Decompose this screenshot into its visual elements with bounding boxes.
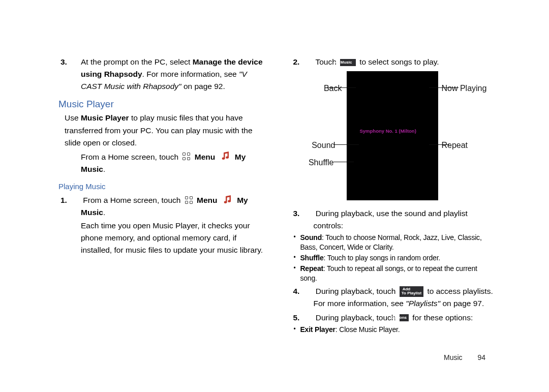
arrow-line bbox=[333, 162, 354, 162]
my-music-chip: My Music bbox=[340, 59, 356, 66]
step-1: 1. From a Home screen, touch Menu My Mus… bbox=[58, 194, 265, 219]
text: During playback, touch bbox=[313, 313, 398, 322]
text: From a Home screen, touch bbox=[81, 153, 180, 161]
label-back: Back bbox=[310, 82, 342, 95]
step-number: 3. bbox=[303, 207, 313, 220]
step-1-cont: Each time you open Music Player, it chec… bbox=[58, 220, 265, 256]
step-4: 4. During playback, touch AddTo Playlist… bbox=[291, 285, 496, 310]
home-instruction: From a Home screen, touch Menu My Music. bbox=[81, 151, 265, 175]
text: During playback, use the sound and playl… bbox=[313, 209, 467, 230]
text: From a Home screen, touch bbox=[81, 196, 183, 204]
bullet-repeat: Repeat: Touch to repeat all songs, or to… bbox=[300, 264, 496, 283]
text: . For more information, see bbox=[142, 70, 239, 78]
step-5: 5. During playback, touch Options for th… bbox=[291, 312, 496, 324]
music-note-icon bbox=[223, 196, 233, 204]
dot: . bbox=[103, 165, 105, 173]
bullet-sound: Sound: Touch to choose Normal, Rock, Jaz… bbox=[300, 233, 496, 252]
step-3: 3. During playback, use the sound and pl… bbox=[291, 207, 496, 232]
subsection-heading: Playing Music bbox=[58, 180, 265, 192]
left-column: 3.At the prompt on the PC, select Manage… bbox=[58, 56, 265, 256]
step-number: 3. bbox=[71, 56, 81, 68]
desc: : Close Music Player. bbox=[336, 325, 400, 334]
options-chip: Options bbox=[400, 314, 409, 321]
chip-line2: To Playlist bbox=[402, 291, 421, 295]
text: Use bbox=[65, 113, 81, 122]
step-number: 1. bbox=[71, 194, 81, 206]
step-3-prior: 3.At the prompt on the PC, select Manage… bbox=[58, 56, 265, 93]
text-bold: Music Player bbox=[81, 113, 129, 122]
menu-label: Menu bbox=[197, 196, 217, 204]
label: Shuffle bbox=[300, 254, 323, 262]
desc: : Touch to choose Normal, Rock, Jazz, Li… bbox=[300, 233, 481, 251]
right-column: 2. Touch My Music to select songs to pla… bbox=[291, 56, 496, 336]
section-heading: Music Player bbox=[58, 97, 265, 111]
label: Sound bbox=[300, 233, 322, 242]
desc: : Touch to repeat all songs, or to repea… bbox=[300, 264, 477, 282]
menu-grid-icon bbox=[182, 152, 191, 161]
label-shuffle: Shuffle bbox=[302, 157, 333, 169]
label-now-playing: Now Playing bbox=[441, 82, 486, 95]
arrow-line bbox=[429, 144, 449, 145]
two-column-layout: 3.At the prompt on the PC, select Manage… bbox=[58, 56, 496, 336]
arrow-line bbox=[327, 87, 356, 88]
text: on page 92. bbox=[181, 82, 225, 91]
step-5-bullets: Exit Player: Close Music Player. bbox=[291, 325, 496, 335]
arrow-line bbox=[429, 87, 459, 88]
step-number: 5. bbox=[303, 312, 313, 324]
text: for these options: bbox=[410, 313, 473, 322]
step-number: 4. bbox=[303, 285, 313, 297]
player-diagram: Symphony No. 1 (Milton) Back Now Playing… bbox=[291, 71, 494, 202]
step-3-bullets: Sound: Touch to choose Normal, Rock, Jaz… bbox=[291, 233, 496, 283]
footer-section: Music bbox=[444, 353, 463, 361]
text: to select songs to play. bbox=[357, 57, 439, 66]
cross-ref: "Playlists" bbox=[406, 299, 440, 308]
music-note-icon bbox=[221, 153, 231, 161]
manual-page: 3.At the prompt on the PC, select Manage… bbox=[0, 0, 549, 392]
menu-label: Menu bbox=[195, 153, 215, 161]
page-footer: Music 94 bbox=[444, 352, 485, 364]
bullet-shuffle: Shuffle: Touch to play songs in random o… bbox=[300, 253, 496, 263]
menu-grid-icon bbox=[185, 196, 193, 204]
phone-screen bbox=[347, 71, 438, 200]
intro-paragraph: Use Music Player to play music files tha… bbox=[65, 112, 265, 148]
bullet-exit-player: Exit Player: Close Music Player. bbox=[300, 325, 496, 335]
song-title: Symphony No. 1 (Milton) bbox=[359, 128, 416, 135]
dot: . bbox=[103, 208, 105, 217]
text: At the prompt on the PC, select bbox=[81, 57, 193, 66]
text: on page 97. bbox=[440, 299, 484, 308]
label-sound: Sound bbox=[303, 139, 335, 152]
label-repeat: Repeat bbox=[441, 139, 468, 152]
label: Exit Player bbox=[300, 325, 335, 334]
desc: : Touch to play songs in random order. bbox=[324, 254, 441, 262]
add-to-playlist-chip: AddTo Playlist bbox=[400, 286, 423, 297]
step-number: 2. bbox=[303, 56, 313, 68]
text: During playback, touch bbox=[313, 287, 398, 295]
step-2: 2. Touch My Music to select songs to pla… bbox=[291, 56, 496, 68]
arrow-line bbox=[333, 144, 359, 145]
label: Repeat bbox=[300, 264, 323, 273]
footer-page: 94 bbox=[477, 353, 485, 361]
